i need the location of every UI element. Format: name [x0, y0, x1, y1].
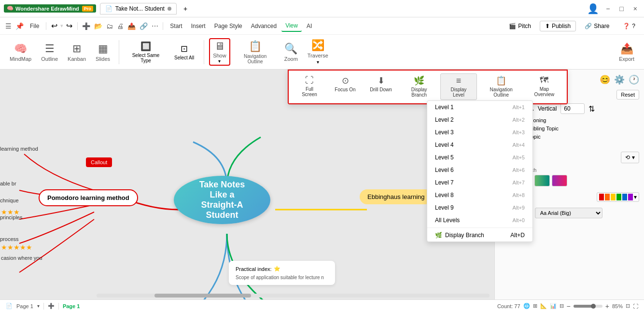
level-6-item[interactable]: Level 6 Alt+6	[427, 164, 532, 176]
fit-icon[interactable]: ⊡	[626, 303, 630, 309]
export2-icon[interactable]: 📤	[126, 22, 137, 30]
menu-insert[interactable]: Insert	[187, 21, 210, 31]
slides-label: Slides	[96, 56, 110, 62]
theme-color-picker[interactable]: ▾	[597, 192, 639, 202]
pin-icon[interactable]: 📌	[14, 22, 25, 30]
redo-button[interactable]: ↪	[64, 21, 74, 30]
level-7-label: Level 7	[435, 179, 454, 186]
mindmap-button[interactable]: 🧠 MindMap	[6, 41, 35, 64]
level-7-item[interactable]: Level 7 Alt+7	[427, 176, 532, 189]
export-button[interactable]: 📤 Export	[615, 41, 638, 64]
layout-icon1[interactable]: ⊞	[533, 303, 537, 309]
clock-icon[interactable]: 🕐	[629, 74, 639, 85]
focus-on-button[interactable]: ⊙ Focus On	[328, 73, 362, 100]
map-overview-label: Map Overview	[531, 86, 558, 97]
menu-file[interactable]: File	[26, 21, 43, 31]
template-icon[interactable]: 🗂	[105, 22, 114, 30]
reset-button[interactable]: Reset	[616, 90, 639, 99]
all-levels-item[interactable]: All Levels Alt+0	[427, 214, 532, 227]
scrollbar-thumb[interactable]	[154, 294, 251, 298]
settings-icon[interactable]: ⚙️	[614, 74, 625, 85]
side-item-3: chnique	[0, 198, 19, 203]
menu-ai[interactable]: AI	[303, 21, 316, 31]
sidebar-toggle-icon[interactable]: ☰	[4, 22, 13, 30]
left-node[interactable]: Pomodoro learning method	[39, 189, 138, 206]
select-all-button[interactable]: ⊡ Select All	[169, 42, 199, 62]
zoom-button[interactable]: 🔍 Zoom	[280, 41, 302, 64]
web-icon[interactable]: 🌐	[523, 303, 530, 309]
more-icon[interactable]: ⋯	[150, 22, 160, 30]
navigation-outline-popup-button[interactable]: 📋 Navigation Outline	[479, 73, 524, 100]
fullscreen-button[interactable]: ⛶ Full Screen	[293, 73, 326, 100]
minimize-button[interactable]: −	[603, 5, 613, 13]
undo-button[interactable]: ↩	[49, 21, 59, 30]
horizontal-scrollbar[interactable]	[97, 294, 490, 298]
share-button[interactable]: 🔗 Share	[580, 21, 614, 31]
level-9-item[interactable]: Level 9 Alt+9	[427, 201, 532, 214]
level-3-shortcut: Alt+3	[513, 129, 525, 135]
kanban-button[interactable]: ⊞ Kanban	[64, 41, 90, 64]
add-page-button[interactable]: ➕	[48, 303, 55, 309]
drill-down-button[interactable]: ⬇ Drill Down	[364, 73, 398, 100]
tab-title: Take Not... Student	[115, 5, 165, 12]
center-node[interactable]: Take Notes Like a Straight-A Student	[174, 176, 270, 224]
display-branch-button[interactable]: 🌿 Display Branch	[400, 73, 438, 100]
new-icon[interactable]: ➕	[81, 22, 92, 30]
level-5-item[interactable]: Level 5 Alt+5	[427, 151, 532, 164]
map-overview-button[interactable]: 🗺 Map Overview	[526, 73, 563, 100]
outline-button[interactable]: ☰ Outline	[37, 41, 62, 64]
navigation-outline-button[interactable]: 📋 Navigation Outline	[232, 38, 279, 66]
menu-view[interactable]: View	[281, 20, 302, 32]
zoom-slider[interactable]	[574, 305, 602, 308]
nav-outline-label: Navigation Outline	[236, 54, 275, 64]
menu-advanced[interactable]: Advanced	[247, 21, 280, 31]
maximize-button[interactable]: □	[616, 5, 626, 13]
layout-icon4[interactable]: ⊟	[560, 303, 564, 309]
branch-swatch-4[interactable]	[552, 175, 567, 186]
slides-icon: ▦	[98, 43, 108, 55]
share2-icon[interactable]: 🔗	[138, 22, 149, 30]
show-button[interactable]: 🖥 Show ▾	[209, 38, 230, 66]
help-button[interactable]: ❓ ?	[618, 21, 640, 31]
theme-font-select[interactable]: Aa Arial (Big)	[535, 208, 602, 218]
drill-down-icon: ⬇	[378, 75, 385, 86]
active-tab[interactable]: 📄 Take Not... Student	[100, 3, 177, 14]
level-1-item[interactable]: Level 1 Alt+1	[427, 101, 532, 113]
kanban-label: Kanban	[68, 56, 86, 62]
level-3-item[interactable]: Level 3 Alt+3	[427, 126, 532, 139]
traverse-button[interactable]: 🔀 Traverse ▾	[304, 37, 332, 67]
menu-pagestyle[interactable]: Page Style	[210, 21, 246, 31]
level-2-item[interactable]: Level 2 Alt+2	[427, 113, 532, 126]
fullscreen2-icon[interactable]: ⛶	[633, 303, 638, 309]
select-same-type-button[interactable]: 🔲 Select Same Type	[124, 39, 168, 65]
count-label: Count: 77	[497, 303, 520, 309]
vertical-input[interactable]	[560, 103, 585, 114]
display-level-button[interactable]: ≡ Display Level	[440, 73, 476, 100]
zoom-minus-button[interactable]: −	[567, 302, 571, 310]
smiley-icon[interactable]: 😊	[600, 74, 610, 85]
page-dropdown-arrow[interactable]: ▾	[37, 303, 40, 309]
open-icon[interactable]: 📂	[93, 22, 104, 30]
right-node[interactable]: Ebbinghaus learning	[360, 189, 433, 204]
layout-icon3[interactable]: 📊	[550, 303, 557, 309]
pitch-button[interactable]: 🎬 Pitch	[504, 21, 536, 31]
display-branch-item[interactable]: 🌿 Display Branch Alt+D	[427, 229, 532, 241]
infobar-sep2	[58, 303, 59, 310]
level-9-shortcut: Alt+9	[513, 205, 525, 211]
menu-start[interactable]: Start	[166, 21, 186, 31]
connection-picker[interactable]: ⟲ ▾	[621, 152, 639, 163]
level-4-item[interactable]: Level 4 Alt+4	[427, 139, 532, 151]
nav-outline-icon: 📋	[249, 40, 262, 53]
slides-button[interactable]: ▦ Slides	[92, 41, 114, 64]
level-8-item[interactable]: Level 8 Alt+8	[427, 189, 532, 201]
layout-icon2[interactable]: 📐	[540, 303, 547, 309]
zoom-slider-thumb[interactable]	[591, 304, 596, 309]
add-tab-button[interactable]: +	[181, 4, 190, 14]
close-button[interactable]: ×	[630, 5, 640, 13]
print-icon[interactable]: 🖨	[115, 22, 125, 30]
zoom-plus-button[interactable]: +	[605, 302, 609, 310]
practical-text: Scope of application suitable for lectur…	[236, 275, 328, 280]
branch-swatch-3[interactable]	[534, 175, 550, 186]
publish-button[interactable]: ⬆ Publish	[540, 21, 576, 31]
share-label: Share	[594, 23, 609, 29]
